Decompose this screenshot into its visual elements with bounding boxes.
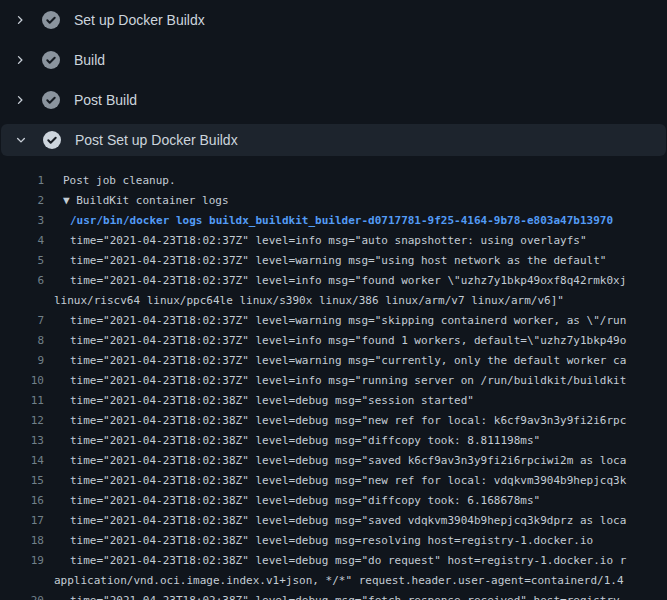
line-number[interactable]: 6 [0, 274, 44, 287]
log-line: 14 time="2021-04-23T18:02:38Z" level=deb… [0, 450, 667, 470]
log-line-text: time="2021-04-23T18:02:38Z" level=debug … [70, 414, 626, 427]
check-circle-icon [42, 11, 60, 29]
log-line: 13 time="2021-04-23T18:02:38Z" level=deb… [0, 430, 667, 450]
line-number[interactable]: 1 [0, 174, 44, 187]
step-label: Post Set up Docker Buildx [75, 132, 238, 148]
log-line: 2 ▼ BuildKit container logs [0, 190, 667, 210]
log-line: 18 time="2021-04-23T18:02:38Z" level=deb… [0, 530, 667, 550]
group-toggle-icon[interactable]: ▼ [63, 194, 76, 207]
log-line-text: time="2021-04-23T18:02:38Z" level=debug … [70, 474, 626, 487]
log-line-text: time="2021-04-23T18:02:37Z" level=warnin… [70, 354, 626, 367]
log-line: 5 time="2021-04-23T18:02:37Z" level=warn… [0, 250, 667, 270]
log-line-text: time="2021-04-23T18:02:37Z" level=info m… [70, 234, 587, 247]
line-number[interactable]: 10 [0, 374, 44, 387]
log-line: 3 /usr/bin/docker logs buildx_buildkit_b… [0, 210, 667, 230]
log-line-text: time="2021-04-23T18:02:38Z" level=debug … [70, 394, 474, 407]
line-number[interactable]: 2 [0, 194, 44, 207]
step-label: Post Build [74, 92, 137, 108]
log-line-text: time="2021-04-23T18:02:38Z" level=debug … [70, 554, 626, 567]
line-number[interactable]: 17 [0, 514, 44, 527]
log-line: 12 time="2021-04-23T18:02:38Z" level=deb… [0, 410, 667, 430]
step-label: Build [74, 52, 105, 68]
log-line-text: application/vnd.oci.image.index.v1+json,… [54, 574, 624, 587]
log-line-text: time="2021-04-23T18:02:37Z" level=info m… [70, 374, 626, 387]
log-line: 10 time="2021-04-23T18:02:37Z" level=inf… [0, 370, 667, 390]
step-row[interactable]: Build [0, 40, 667, 80]
chevron-right-icon[interactable] [12, 92, 28, 108]
step-row[interactable]: Set up Docker Buildx [0, 0, 667, 40]
log-line-text: time="2021-04-23T18:02:38Z" level=debug … [70, 494, 540, 507]
line-number[interactable]: 16 [0, 494, 44, 507]
log-viewer: 1 Post job cleanup. 2 ▼ BuildKit contain… [0, 170, 667, 600]
line-number[interactable]: 3 [0, 214, 44, 227]
log-line: 16 time="2021-04-23T18:02:38Z" level=deb… [0, 490, 667, 510]
log-line-text: time="2021-04-23T18:02:37Z" level=info m… [70, 334, 626, 347]
log-line-text: /usr/bin/docker logs buildx_buildkit_bui… [70, 214, 613, 227]
line-number[interactable]: 12 [0, 414, 44, 427]
log-line-text: time="2021-04-23T18:02:38Z" level=debug … [70, 594, 626, 600]
step-row[interactable]: Post Set up Docker Buildx [1, 124, 666, 156]
line-number[interactable]: 19 [0, 554, 44, 567]
log-line-text: linux/riscv64 linux/ppc64le linux/s390x … [54, 294, 564, 307]
log-line-text: time="2021-04-23T18:02:38Z" level=debug … [70, 454, 626, 467]
line-number[interactable]: 14 [0, 454, 44, 467]
check-circle-icon [43, 131, 61, 149]
line-number[interactable]: 7 [0, 314, 44, 327]
log-line: 6 time="2021-04-23T18:02:37Z" level=info… [0, 270, 667, 290]
log-line: 20 time="2021-04-23T18:02:38Z" level=deb… [0, 590, 667, 600]
log-line: 17 time="2021-04-23T18:02:38Z" level=deb… [0, 510, 667, 530]
log-line: 9 time="2021-04-23T18:02:37Z" level=warn… [0, 350, 667, 370]
line-number[interactable]: 15 [0, 474, 44, 487]
log-line: 15 time="2021-04-23T18:02:38Z" level=deb… [0, 470, 667, 490]
line-number[interactable]: 20 [0, 594, 44, 600]
log-line-text: time="2021-04-23T18:02:37Z" level=warnin… [70, 314, 626, 327]
log-line-text: BuildKit container logs [76, 194, 228, 207]
log-line: application/vnd.oci.image.index.v1+json,… [0, 570, 667, 590]
log-line: 4 time="2021-04-23T18:02:37Z" level=info… [0, 230, 667, 250]
log-line: 19 time="2021-04-23T18:02:38Z" level=deb… [0, 550, 667, 570]
check-circle-icon [42, 91, 60, 109]
chevron-right-icon[interactable] [12, 52, 28, 68]
line-number[interactable]: 8 [0, 334, 44, 347]
check-circle-icon [42, 51, 60, 69]
line-number[interactable]: 13 [0, 434, 44, 447]
log-line-text: time="2021-04-23T18:02:37Z" level=info m… [70, 274, 626, 287]
step-list: Set up Docker Buildx Build Post Build Po… [0, 0, 667, 156]
log-line: 7 time="2021-04-23T18:02:37Z" level=warn… [0, 310, 667, 330]
log-line: 1 Post job cleanup. [0, 170, 667, 190]
log-line: linux/riscv64 linux/ppc64le linux/s390x … [0, 290, 667, 310]
log-line-text: time="2021-04-23T18:02:38Z" level=debug … [70, 434, 540, 447]
log-line-text: Post job cleanup. [63, 174, 176, 187]
step-row[interactable]: Post Build [0, 80, 667, 120]
line-number[interactable]: 5 [0, 254, 44, 267]
log-line-text: time="2021-04-23T18:02:38Z" level=debug … [70, 514, 626, 527]
line-number[interactable]: 11 [0, 394, 44, 407]
log-line: 11 time="2021-04-23T18:02:38Z" level=deb… [0, 390, 667, 410]
step-label: Set up Docker Buildx [74, 12, 205, 28]
line-number[interactable]: 4 [0, 234, 44, 247]
log-line: 8 time="2021-04-23T18:02:37Z" level=info… [0, 330, 667, 350]
chevron-down-icon[interactable] [13, 132, 29, 148]
line-number[interactable]: 18 [0, 534, 44, 547]
line-number[interactable]: 9 [0, 354, 44, 367]
chevron-right-icon[interactable] [12, 12, 28, 28]
log-line-text: time="2021-04-23T18:02:37Z" level=warnin… [70, 254, 606, 267]
log-line-text: time="2021-04-23T18:02:38Z" level=debug … [70, 534, 593, 547]
